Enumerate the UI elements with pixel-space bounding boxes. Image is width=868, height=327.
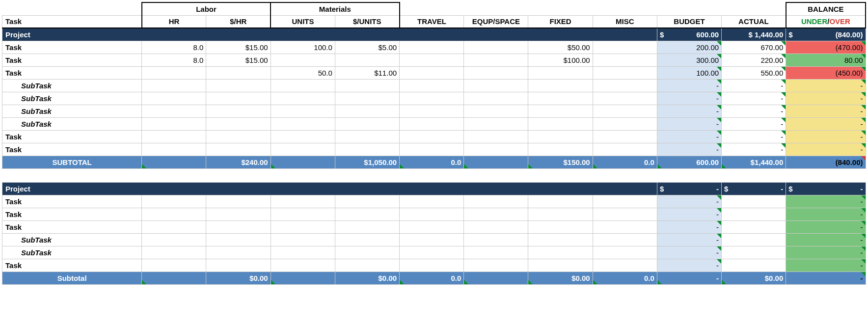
subtotal-row: Subtotal $0.00 $0.00 0.0 $0.00 0.0 - $0.… bbox=[2, 272, 866, 284]
table-row[interactable]: Task-- bbox=[2, 195, 866, 208]
header-misc: MISC bbox=[593, 15, 657, 28]
table-row[interactable]: SubTask--- bbox=[2, 105, 866, 117]
header-equp: EQUP/SPACE bbox=[464, 15, 528, 28]
project-row[interactable]: Project $600.00 $ 1,440.00 $(840.00) bbox=[2, 28, 866, 41]
table-row[interactable]: SubTask--- bbox=[2, 79, 866, 92]
table-row[interactable]: SubTask-- bbox=[2, 246, 866, 259]
header-balance-underover: UNDER/OVER bbox=[786, 15, 866, 28]
table-row[interactable]: SubTask-- bbox=[2, 233, 866, 246]
header-balance: BALANCE bbox=[786, 2, 866, 15]
subtotal-row: SUBTOTAL $240.00 $1,050.00 0.0 $150.00 0… bbox=[2, 156, 866, 168]
budget-spreadsheet[interactable]: Labor Materials BALANCE Task HR $/HR UNI… bbox=[2, 2, 866, 285]
header-materials-rate: $/UNITS bbox=[335, 15, 399, 28]
table-row[interactable]: SubTask--- bbox=[2, 92, 866, 105]
header-actual: ACTUAL bbox=[722, 15, 786, 28]
table-row[interactable]: SubTask--- bbox=[2, 117, 866, 130]
header-budget: BUDGET bbox=[657, 15, 721, 28]
header-labor-group: Labor bbox=[142, 2, 271, 15]
header-materials-units: UNITS bbox=[271, 15, 335, 28]
table-row[interactable]: Task--- bbox=[2, 130, 866, 143]
table-row[interactable]: Task8.0$15.00$100.00300.00220.0080.00 bbox=[2, 54, 866, 66]
table-row[interactable]: Task-- bbox=[2, 208, 866, 220]
project-row[interactable]: Project $- $- $- bbox=[2, 182, 866, 195]
header-fixed: FIXED bbox=[528, 15, 593, 28]
header-labor-hr: HR bbox=[142, 15, 206, 28]
table-row[interactable]: Task-- bbox=[2, 220, 866, 233]
header-materials-group: Materials bbox=[271, 2, 399, 15]
table-row[interactable]: Task8.0$15.00100.0$5.00$50.00200.00670.0… bbox=[2, 41, 866, 54]
table-row[interactable]: Task--- bbox=[2, 143, 866, 156]
table-row[interactable]: Task-- bbox=[2, 259, 866, 272]
table-row[interactable]: Task50.0$11.00100.00550.00(450.00) bbox=[2, 66, 866, 79]
header-travel: TRAVEL bbox=[400, 15, 464, 28]
header-task: Task bbox=[2, 15, 142, 28]
header-labor-rate: $/HR bbox=[206, 15, 271, 28]
